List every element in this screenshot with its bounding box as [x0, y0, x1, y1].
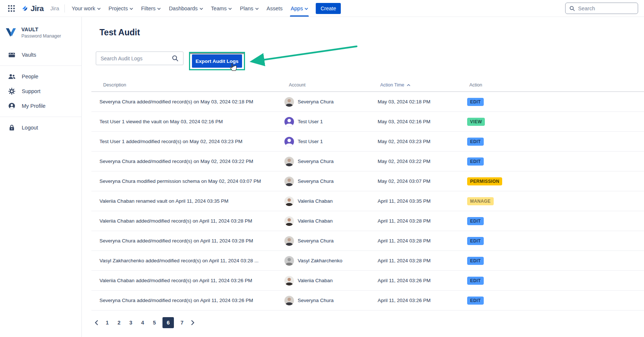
avatar: [284, 117, 294, 127]
sidebar-item-vaults[interactable]: Vaults: [0, 47, 81, 62]
action-badge: EDIT: [467, 157, 484, 166]
audit-description: Valeriia Chaban added/modified record(s)…: [91, 218, 284, 224]
action-badge: EDIT: [467, 277, 484, 285]
nav-item-dashboards[interactable]: Dashboards: [165, 0, 207, 17]
table-row: Valeriia Chaban added/modified record(s)…: [91, 211, 644, 231]
action-badge: EDIT: [467, 98, 484, 106]
pagination-page-4[interactable]: 4: [139, 317, 146, 328]
audit-action-cell: EDIT: [466, 257, 644, 265]
nav-item-label: Your work: [72, 6, 95, 11]
pagination-page-5[interactable]: 5: [151, 317, 158, 328]
topbar-nav: Your workProjectsFiltersDashboardsTeamsP…: [68, 0, 312, 17]
pagination-page-1[interactable]: 1: [104, 317, 111, 328]
pagination-page-3[interactable]: 3: [127, 317, 134, 328]
sidebar-item-my-profile[interactable]: My Profile: [0, 99, 81, 113]
action-badge: MANAGE: [467, 197, 494, 205]
page-title: Test Audit: [99, 27, 644, 38]
table-row: Valeriia Chaban renamed vault on April 1…: [91, 191, 644, 211]
topbar-search-input[interactable]: [578, 6, 634, 11]
pagination-page-2[interactable]: 2: [115, 317, 123, 328]
nav-item-plans[interactable]: Plans: [236, 0, 262, 17]
chevron-down-icon: [228, 8, 232, 10]
audit-account: Severyna Chura: [284, 97, 377, 107]
audit-description: Severyna Chura added/modified record(s) …: [91, 298, 284, 303]
avatar: [284, 157, 294, 166]
sidebar-item-support[interactable]: Support: [0, 84, 81, 99]
sidebar: VAULT Password Manager VaultsPeopleSuppo…: [0, 17, 82, 337]
create-button[interactable]: Create: [316, 3, 341, 14]
audit-account: Severyna Chura: [284, 296, 377, 305]
nav-item-label: Dashboards: [169, 6, 197, 11]
column-header-action-time[interactable]: Action Time: [377, 82, 466, 88]
sidebar-item-logout[interactable]: Logout: [0, 120, 81, 135]
vault-icon: [8, 51, 16, 58]
account-name: Severyna Chura: [298, 238, 334, 244]
nav-item-apps[interactable]: Apps: [287, 0, 312, 17]
sidebar-item-label: Vaults: [22, 52, 36, 58]
app-name: VAULT: [21, 26, 61, 32]
sidebar-item-label: My Profile: [22, 103, 45, 109]
audit-account: Severyna Chura: [284, 177, 377, 186]
audit-description: Vasyl Zakharchenko added/modified record…: [91, 258, 284, 263]
account-name: Valeriia Chaban: [298, 198, 333, 204]
avatar: [284, 296, 294, 305]
audit-action-time: April 11, 2024 03:26 PM: [377, 298, 466, 303]
column-header-account[interactable]: Account: [284, 82, 377, 88]
jira-logo-text: Jira: [31, 4, 43, 13]
audit-account: Valeriia Chaban: [284, 196, 377, 206]
nav-item-filters[interactable]: Filters: [137, 0, 165, 17]
search-icon: [569, 6, 575, 11]
audit-description: Valeriia Chaban renamed vault on April 1…: [91, 198, 284, 204]
nav-item-label: Assets: [267, 6, 283, 11]
avatar: [284, 236, 294, 246]
nav-item-your-work[interactable]: Your work: [68, 0, 105, 17]
nav-item-projects[interactable]: Projects: [105, 0, 137, 17]
audit-action-cell: MANAGE: [466, 197, 644, 205]
account-name: Test User 1: [298, 119, 323, 124]
topbar-divider: [64, 4, 65, 13]
audit-action-time: April 11, 2024 03:26 PM: [377, 278, 466, 283]
pagination-page-6[interactable]: 6: [162, 317, 174, 328]
table-row: Severyna Chura added/modified record(s) …: [91, 291, 644, 311]
table-row: Severyna Chura added/modified record(s) …: [91, 231, 644, 251]
account-name: Severyna Chura: [298, 178, 334, 184]
audit-account: Test User 1: [284, 117, 377, 127]
chevron-down-icon: [97, 8, 101, 10]
account-name: Valeriia Chaban: [298, 218, 333, 224]
search-icon: [172, 55, 179, 62]
topbar-search[interactable]: [565, 3, 638, 14]
avatar: [284, 137, 294, 146]
people-icon: [8, 73, 16, 80]
audit-account: Severyna Chura: [284, 157, 377, 166]
nav-item-teams[interactable]: Teams: [207, 0, 236, 17]
annotation-highlight-box: Export Audit Logs: [189, 52, 245, 70]
profile-icon: [8, 102, 16, 110]
audit-description: Severyna Chura added/modified record(s) …: [91, 238, 284, 244]
audit-account: Vasyl Zakharchenko: [284, 256, 377, 266]
avatar: [284, 256, 294, 266]
pagination-next-button[interactable]: [190, 320, 195, 325]
action-badge: EDIT: [467, 257, 484, 265]
export-audit-logs-button[interactable]: Export Audit Logs: [192, 54, 242, 68]
audit-account: Severyna Chura: [284, 236, 377, 246]
audit-action-time: May 02, 2024 03:22 PM: [377, 159, 466, 164]
column-header-action[interactable]: Action: [466, 82, 644, 88]
sidebar-item-people[interactable]: People: [0, 69, 81, 84]
audit-action-cell: PERMISSION: [466, 177, 644, 185]
action-badge: VIEW: [467, 118, 485, 126]
audit-action-time: April 11, 2024 03:28 PM: [377, 238, 466, 244]
audit-account: Valeriia Chaban: [284, 276, 377, 285]
pagination-prev-button[interactable]: [94, 320, 99, 325]
audit-action-time: May 02, 2024 03:23 PM: [377, 139, 466, 144]
audit-search[interactable]: [96, 52, 183, 65]
audit-search-input[interactable]: [101, 56, 172, 61]
column-header-description[interactable]: Description: [91, 82, 284, 88]
pagination-page-7[interactable]: 7: [178, 317, 186, 328]
chevron-down-icon: [255, 8, 259, 10]
jira-logo[interactable]: Jira: [21, 0, 43, 17]
sidebar-item-label: Logout: [22, 125, 38, 131]
app-switcher-grid-icon[interactable]: [4, 0, 18, 17]
nav-item-assets[interactable]: Assets: [263, 0, 287, 17]
topbar: Jira Jira Your workProjectsFiltersDashbo…: [0, 0, 644, 17]
nav-item-label: Projects: [109, 6, 128, 11]
